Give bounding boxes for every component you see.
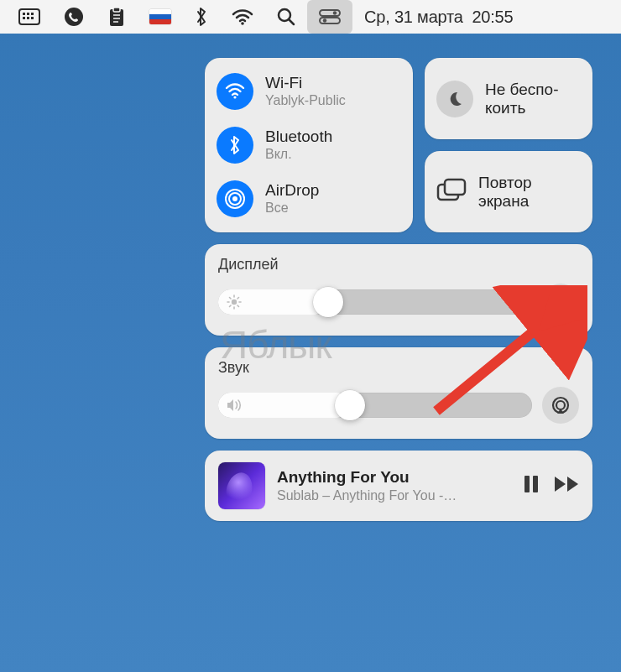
screen-mirroring-button[interactable]: Повтор экрана [425,151,592,232]
menubar-date[interactable]: Ср, 31 марта 20:55 [352,8,524,27]
svg-point-17 [333,11,337,14]
svg-rect-18 [320,18,340,23]
wifi-icon [217,73,253,110]
control-center-panel: Wi-Fi Yablyk-Public Bluetooth Вкл. Air [193,46,604,533]
svg-rect-3 [31,13,34,15]
svg-point-20 [233,96,236,98]
svg-rect-38 [524,476,530,492]
screen-mirror-label: Повтор экрана [478,174,532,211]
menubar: Ср, 31 марта 20:55 [0,0,621,34]
airdrop-subtitle: Все [265,201,319,216]
now-playing-card[interactable]: Anything For You Sublab – Anything For Y… [205,451,592,521]
wifi-subtitle: Yablyk-Public [265,93,346,108]
svg-rect-1 [23,13,25,15]
display-card: Дисплей [205,244,592,336]
screen-mirror-icon [436,178,467,206]
svg-line-31 [230,298,232,300]
sun-icon [227,294,242,310]
fast-forward-icon [554,476,579,492]
airdrop-toggle[interactable]: AirDrop Все [217,175,401,222]
svg-rect-16 [320,10,340,16]
svg-point-13 [241,22,244,25]
pause-button[interactable] [524,475,539,497]
next-track-button[interactable] [554,476,579,496]
wifi-title: Wi-Fi [265,75,346,92]
spotlight-icon[interactable] [265,0,307,34]
now-playing-title: Anything For You [277,468,512,487]
pause-icon [524,475,539,493]
clipboard-icon[interactable] [96,0,138,34]
do-not-disturb-button[interactable]: Не беспо- коить [425,58,592,139]
now-playing-subtitle: Sublab – Anything For You -… [277,488,512,503]
svg-point-26 [232,300,237,305]
svg-point-37 [556,401,565,409]
display-title: Дисплей [218,256,579,273]
svg-line-15 [289,19,294,24]
svg-point-19 [323,18,326,22]
flag-russia-icon [149,9,171,24]
airdrop-icon [217,180,253,217]
svg-line-33 [230,305,232,307]
bluetooth-menubar-icon[interactable] [183,0,220,34]
svg-rect-35 [552,296,570,309]
bluetooth-toggle[interactable]: Bluetooth Вкл. [217,122,401,169]
airplay-audio-button[interactable] [542,387,579,424]
display-icon [551,294,571,310]
svg-rect-39 [533,476,538,492]
bluetooth-icon [217,127,253,164]
control-center-icon[interactable] [307,0,352,34]
keyboard-viewer-icon[interactable] [7,0,52,34]
sound-title: Звук [218,359,579,377]
connectivity-card: Wi-Fi Yablyk-Public Bluetooth Вкл. Air [205,58,413,232]
svg-rect-9 [113,8,120,12]
moon-icon [436,81,473,117]
svg-point-21 [232,196,237,201]
sound-card: Звук [205,347,592,439]
svg-line-32 [237,305,239,307]
wifi-toggle[interactable]: Wi-Fi Yablyk-Public [217,68,401,115]
dnd-label: Не беспо- коить [485,81,559,117]
bluetooth-title: Bluetooth [265,128,332,146]
bluetooth-subtitle: Вкл. [265,147,332,162]
volume-slider[interactable] [218,393,532,418]
svg-rect-6 [31,17,34,19]
svg-line-34 [237,298,239,300]
airplay-icon [551,395,571,415]
input-source-flag[interactable] [138,0,183,34]
wifi-menubar-icon[interactable] [220,0,265,34]
svg-rect-5 [27,17,29,19]
svg-point-7 [65,8,83,26]
svg-rect-2 [27,13,29,15]
speaker-icon [227,399,243,412]
album-art [218,462,265,509]
display-settings-button[interactable] [542,284,579,320]
svg-rect-25 [445,180,465,195]
airdrop-title: AirDrop [265,182,319,200]
viber-icon[interactable] [52,0,96,34]
svg-rect-4 [23,17,25,19]
brightness-slider[interactable] [218,289,532,315]
